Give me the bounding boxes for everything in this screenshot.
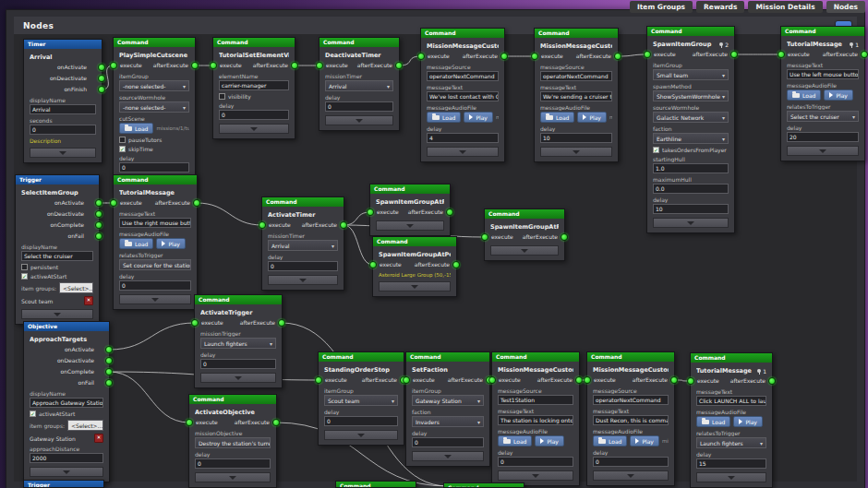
dropdown-select[interactable]: -none selected-▾ — [119, 101, 189, 113]
port-execute[interactable] — [110, 199, 117, 207]
port-execute[interactable] — [687, 377, 694, 385]
remove-item-button[interactable]: ✕ — [94, 434, 103, 443]
collapse-bar[interactable] — [653, 218, 729, 228]
node-tutorialmessage[interactable]: CommandTutorialMessage1executeafterExecu… — [780, 26, 865, 161]
text-input[interactable]: carrier-manager — [219, 80, 289, 90]
text-input[interactable]: 0 — [593, 457, 669, 467]
node-activatetrigger[interactable]: CommandActivateTriggerexecuteafterExecut… — [194, 294, 283, 388]
text-input[interactable]: 0 — [119, 162, 189, 173]
port-execute[interactable] — [315, 376, 322, 384]
text-input[interactable]: 0 — [219, 110, 289, 120]
load-button[interactable]: Load — [119, 123, 153, 134]
node-missionmessagecustom[interactable]: CommandMissionMessageCustomexecuteafterE… — [491, 351, 580, 486]
play-button[interactable]: Play — [535, 435, 564, 446]
port-onComplete[interactable] — [95, 221, 102, 229]
tab-item-groups[interactable]: Item Groups — [630, 1, 693, 13]
port-afterExecute[interactable] — [614, 53, 621, 60]
port-execute[interactable] — [110, 62, 117, 69]
node-missionmessagecustom[interactable]: CommandMissionMessageCustom1executeafter… — [420, 28, 505, 162]
remove-item-button[interactable]: ✕ — [84, 296, 93, 305]
play-button[interactable]: Play — [630, 435, 659, 446]
checkbox[interactable]: ✓ — [21, 273, 28, 280]
port-afterExecute[interactable] — [446, 208, 453, 216]
dropdown-select[interactable]: Destroy the station's turrets▾ — [195, 437, 271, 448]
load-button[interactable]: Load — [787, 89, 821, 101]
text-input[interactable]: Use the right mouse button to rotate th — [119, 218, 191, 228]
load-button[interactable]: Load — [593, 435, 627, 446]
text-input[interactable]: operatorNextCommand — [540, 71, 612, 81]
node-deactivatetimer[interactable]: CommandDeactivateTimerexecuteafterExecut… — [319, 37, 400, 131]
checkbox[interactable]: ✓ — [653, 147, 659, 153]
collapse-bar[interactable] — [427, 147, 499, 157]
node-missionmessagecustom[interactable]: CommandMissionMessageCustomexecuteafterE… — [586, 351, 675, 486]
dropdown-select[interactable]: Gateway Station▾ — [412, 395, 484, 406]
load-button[interactable]: Load — [696, 416, 730, 427]
port-afterExecute[interactable] — [278, 319, 285, 327]
text-input[interactable]: 0 — [200, 359, 276, 369]
dropdown-select[interactable]: Invaders▾ — [412, 416, 484, 427]
port-afterExecute[interactable] — [193, 199, 200, 207]
text-input[interactable]: 0 — [498, 457, 573, 467]
node-command[interactable]: Command — [443, 482, 524, 488]
node-tutorialmessage[interactable]: CommandTutorialMessage1executeafterExecu… — [690, 352, 773, 488]
node-canvas[interactable]: TimerArrivalonActivateonDeactivateonFini… — [0, 0, 868, 488]
load-button[interactable]: Load — [540, 112, 574, 123]
node-playsimplecutscene[interactable]: CommandPlaySimpleCutsceneexecuteafterExe… — [113, 37, 196, 192]
node-tutorialsetelementvisibility[interactable]: CommandTutorialSetElementVisibilityexecu… — [212, 37, 295, 139]
dropdown-select[interactable]: Arrival▾ — [268, 240, 338, 251]
text-input[interactable]: 2000 — [30, 453, 103, 463]
checkbox[interactable] — [219, 93, 225, 100]
text-input[interactable]: Dust Recon, this is command. We need — [593, 415, 669, 425]
text-input[interactable]: 4 — [427, 133, 499, 143]
port-execute[interactable] — [210, 62, 217, 69]
dropdown-select[interactable]: Set course for the station▾ — [119, 259, 191, 270]
tab-mission-details[interactable]: Mission Details — [748, 1, 822, 13]
text-input[interactable]: operatorNextCommand — [427, 71, 499, 81]
port-execute[interactable] — [778, 51, 785, 58]
item-groups-select[interactable]: <Select>...▾ — [59, 282, 93, 293]
text-input[interactable]: Approach Gateway Station — [30, 398, 103, 408]
text-input[interactable]: We're sending a cruiser to do a flyby of — [540, 91, 612, 101]
node-selectitemgroup[interactable]: TriggerSelectItemGrouponActivateonDeacti… — [15, 174, 100, 325]
text-input[interactable]: Click LAUNCH ALL to launch the cruiser — [696, 396, 766, 406]
play-button[interactable]: Play — [156, 238, 186, 249]
collapse-bar[interactable] — [498, 470, 573, 481]
text-input[interactable]: Test1Station — [498, 395, 573, 405]
port-execute[interactable] — [531, 53, 538, 60]
play-button[interactable]: Play — [824, 89, 853, 101]
text-input[interactable]: 0 — [119, 280, 191, 291]
port-onComplete[interactable] — [105, 368, 113, 375]
port-afterExecute[interactable] — [730, 51, 738, 58]
node-spawnitemgroupatposition[interactable]: CommandSpawnItemGroupAtPositionexecuteaf… — [484, 208, 565, 261]
checkbox[interactable]: ✓ — [30, 411, 36, 417]
load-button[interactable]: Load — [427, 112, 461, 123]
node-activatetimer[interactable]: CommandActivateTimerexecuteafterExecutem… — [261, 196, 344, 291]
collapse-bar[interactable] — [325, 115, 393, 125]
dropdown-select[interactable]: Launch fighters▾ — [200, 338, 276, 349]
node-spawnitemgroupatposition[interactable]: CommandSpawnItemGroupAtPositionexecuteaf… — [369, 184, 451, 236]
text-input[interactable]: Arrival — [30, 104, 96, 114]
text-input[interactable]: 10 — [653, 204, 729, 214]
port-execute[interactable] — [259, 221, 266, 229]
port-execute[interactable] — [644, 51, 651, 58]
port-execute[interactable] — [369, 261, 377, 268]
text-input[interactable]: operatorNextCommand — [593, 395, 669, 405]
text-input[interactable]: 0 — [30, 125, 96, 135]
port-afterExecute[interactable] — [861, 51, 868, 58]
port-execute[interactable] — [186, 419, 193, 426]
text-input[interactable]: 1.0 — [653, 163, 729, 173]
collapse-bar[interactable] — [30, 148, 96, 158]
node-missionmessagecustom[interactable]: CommandMissionMessageCustom1executeafter… — [534, 28, 619, 162]
text-input[interactable]: 0 — [268, 261, 338, 271]
port-onFail[interactable] — [105, 379, 113, 387]
port-afterExecute[interactable] — [500, 53, 508, 60]
load-button[interactable]: Load — [119, 238, 153, 249]
load-button[interactable]: Load — [498, 435, 532, 446]
port-onDeactivate[interactable] — [98, 75, 105, 82]
text-input[interactable]: Use the left mouse button to select the — [787, 69, 859, 79]
play-button[interactable]: Play — [733, 416, 763, 427]
text-input[interactable]: 0.0 — [653, 184, 729, 194]
text-input[interactable]: The station is locking onto us, they're … — [498, 415, 573, 425]
collapse-bar[interactable] — [412, 451, 484, 461]
dropdown-select[interactable]: Launch fighters▾ — [696, 437, 766, 448]
